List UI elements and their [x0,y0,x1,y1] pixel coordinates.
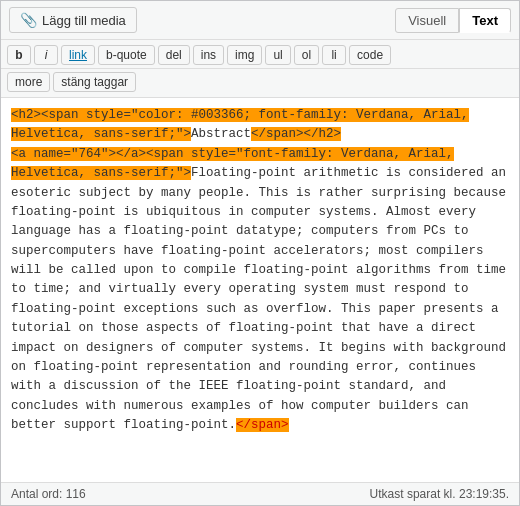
add-media-icon: 📎 [20,12,37,28]
h2-open-tag: <h2> [11,108,41,122]
tab-text[interactable]: Text [459,8,511,33]
toolbar-row2: more stäng taggar [1,69,519,98]
ol-button[interactable]: ol [294,45,319,65]
img-button[interactable]: img [227,45,262,65]
editor-container: 📎 Lägg till media Visuell Text b i link … [0,0,520,506]
del-button[interactable]: del [158,45,190,65]
add-media-label: Lägg till media [42,13,126,28]
word-count: Antal ord: 116 [11,487,86,501]
add-media-button[interactable]: 📎 Lägg till media [9,7,137,33]
status-bar: Antal ord: 116 Utkast sparat kl. 23:19:3… [1,482,519,505]
bold-button[interactable]: b [7,45,31,65]
more-button[interactable]: more [7,72,50,92]
ins-button[interactable]: ins [193,45,224,65]
link-button[interactable]: link [61,45,95,65]
view-tabs: Visuell Text [395,8,511,33]
abstract-text: Abstract [191,127,251,141]
span-close-end: </span> [236,418,289,432]
a-name-tag: <a name="764"></a> [11,147,146,161]
code-button[interactable]: code [349,45,391,65]
top-bar: 📎 Lägg till media Visuell Text [1,1,519,40]
close-tags-button[interactable]: stäng taggar [53,72,136,92]
ul-button[interactable]: ul [265,45,290,65]
content-area[interactable]: <h2><span style="color: #003366; font-fa… [1,98,519,482]
italic-button[interactable]: i [34,45,58,65]
li-button[interactable]: li [322,45,346,65]
toolbar-row1: b i link b-quote del ins img ul ol li co… [1,40,519,69]
bquote-button[interactable]: b-quote [98,45,155,65]
tab-visual[interactable]: Visuell [395,8,459,33]
span-close-h2: </span></h2> [251,127,341,141]
draft-saved: Utkast sparat kl. 23:19:35. [370,487,509,501]
body-text: Floating-point arithmetic is considered … [11,166,506,432]
